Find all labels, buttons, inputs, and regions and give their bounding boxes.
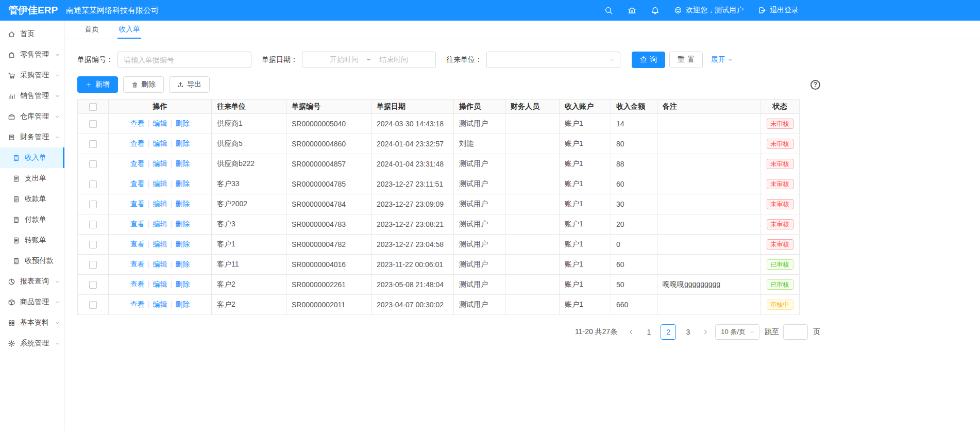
tab-bar: 首页收入单 xyxy=(65,21,980,39)
cell-doc_no: SR00000004782 xyxy=(286,235,371,255)
edit-link[interactable]: 编辑 xyxy=(153,179,167,188)
unit-select[interactable] xyxy=(486,52,620,68)
delete-link[interactable]: 删除 xyxy=(175,280,190,288)
cell-remark xyxy=(657,255,761,275)
page-button-3[interactable]: 3 xyxy=(680,324,696,340)
delete-link[interactable]: 删除 xyxy=(175,240,190,248)
view-link[interactable]: 查看 xyxy=(130,260,145,268)
tab-income[interactable]: 收入单 xyxy=(117,21,141,39)
page-size-select[interactable]: 10 条/页 xyxy=(715,324,759,340)
row-checkbox[interactable] xyxy=(89,120,97,128)
view-link[interactable]: 查看 xyxy=(130,220,145,228)
cell-account: 账户1 xyxy=(560,255,611,275)
delete-link[interactable]: 删除 xyxy=(175,200,190,208)
sidebar-subitem-payment[interactable]: 付款单 xyxy=(0,209,64,230)
row-checkbox-cell xyxy=(78,134,109,154)
export-button[interactable]: 导出 xyxy=(169,76,210,93)
sidebar-item-purchase[interactable]: 采购管理 xyxy=(0,65,64,86)
help-icon[interactable]: ? xyxy=(810,80,820,90)
cell-date: 2023-04-07 00:30:02 xyxy=(371,295,454,315)
reset-button[interactable]: 重置 xyxy=(669,52,703,68)
view-link[interactable]: 查看 xyxy=(130,159,145,168)
sidebar-item-sales[interactable]: 销售管理 xyxy=(0,86,64,106)
view-link[interactable]: 查看 xyxy=(130,119,145,127)
bell-icon[interactable] xyxy=(651,6,660,15)
sidebar-item-report[interactable]: 报表查询 xyxy=(0,271,64,292)
row-checkbox[interactable] xyxy=(89,201,97,208)
status-badge: 未审核 xyxy=(767,139,793,149)
view-link[interactable]: 查看 xyxy=(130,240,145,248)
view-link[interactable]: 查看 xyxy=(130,179,145,188)
action-separator: | xyxy=(171,280,173,288)
doc-no-input[interactable] xyxy=(117,52,251,68)
edit-link[interactable]: 编辑 xyxy=(153,240,167,248)
sidebar-item-system[interactable]: 系统管理 xyxy=(0,333,64,354)
edit-link[interactable]: 编辑 xyxy=(153,280,167,288)
edit-link[interactable]: 编辑 xyxy=(153,139,167,147)
sidebar-subitem-prepaid[interactable]: 收预付款 xyxy=(0,251,64,271)
row-checkbox[interactable] xyxy=(89,160,97,168)
sidebar-subitem-transfer[interactable]: 转账单 xyxy=(0,230,64,251)
sidebar-item-home[interactable]: 首页 xyxy=(0,24,64,44)
delete-link[interactable]: 删除 xyxy=(175,159,190,168)
sidebar-subitem-income[interactable]: 收入单 xyxy=(0,147,64,168)
sidebar-subitem-label: 付款单 xyxy=(25,215,60,224)
status-badge: 审核中 xyxy=(767,300,793,310)
sidebar-item-warehouse[interactable]: 仓库管理 xyxy=(0,106,64,127)
delete-link[interactable]: 删除 xyxy=(175,139,190,147)
view-link[interactable]: 查看 xyxy=(130,200,145,208)
select-all-checkbox[interactable] xyxy=(89,103,97,111)
bank-icon[interactable] xyxy=(628,6,636,15)
sidebar-item-product[interactable]: 商品管理 xyxy=(0,292,64,312)
prev-page-button[interactable] xyxy=(626,324,637,340)
next-page-button[interactable] xyxy=(700,324,711,340)
data-icon xyxy=(8,319,15,327)
chevron-down-icon xyxy=(55,114,60,120)
edit-link[interactable]: 编辑 xyxy=(153,260,167,268)
delete-link[interactable]: 删除 xyxy=(175,260,190,268)
view-link[interactable]: 查看 xyxy=(130,280,145,288)
row-checkbox[interactable] xyxy=(89,180,97,188)
cell-operator: 测试用户 xyxy=(454,194,505,214)
cell-date: 2023-05-08 21:48:04 xyxy=(371,275,454,295)
row-checkbox[interactable] xyxy=(89,301,97,309)
delete-link[interactable]: 删除 xyxy=(175,179,190,188)
row-checkbox[interactable] xyxy=(89,140,97,148)
cell-status: 已审核 xyxy=(761,275,800,295)
sidebar-item-finance[interactable]: 财务管理 xyxy=(0,127,64,147)
logout-button[interactable]: 退出登录 xyxy=(758,6,799,15)
tab-home[interactable]: 首页 xyxy=(83,21,100,39)
jump-input[interactable] xyxy=(783,324,808,340)
edit-link[interactable]: 编辑 xyxy=(153,300,167,308)
view-link[interactable]: 查看 xyxy=(130,139,145,147)
add-button[interactable]: 新增 xyxy=(77,76,118,93)
search-icon[interactable] xyxy=(604,6,613,15)
date-range-picker[interactable]: 开始时间 ~ 结束时间 xyxy=(302,52,436,68)
sidebar-subitem-receipt[interactable]: 收款单 xyxy=(0,189,64,209)
delete-link[interactable]: 删除 xyxy=(175,119,190,127)
row-checkbox[interactable] xyxy=(89,281,97,289)
page-button-2[interactable]: 2 xyxy=(661,324,676,340)
edit-link[interactable]: 编辑 xyxy=(153,200,167,208)
delete-link[interactable]: 删除 xyxy=(175,220,190,228)
col-header: 往来单位 xyxy=(212,100,286,114)
sidebar-item-retail[interactable]: 零售管理 xyxy=(0,44,64,65)
cell-status: 未审核 xyxy=(761,154,800,174)
welcome-user[interactable]: 欢迎您，测试用户 xyxy=(674,6,744,15)
chevron-up-icon xyxy=(55,135,60,140)
page-button-1[interactable]: 1 xyxy=(641,324,656,340)
edit-link[interactable]: 编辑 xyxy=(153,159,167,168)
row-checkbox[interactable] xyxy=(89,221,97,228)
view-link[interactable]: 查看 xyxy=(130,300,145,308)
edit-link[interactable]: 编辑 xyxy=(153,220,167,228)
expand-link[interactable]: 展开 xyxy=(711,55,733,64)
delete-button[interactable]: 删除 xyxy=(123,76,164,93)
row-checkbox[interactable] xyxy=(89,261,97,269)
delete-link[interactable]: 删除 xyxy=(175,300,190,308)
edit-link[interactable]: 编辑 xyxy=(153,119,167,127)
sidebar-item-basicdata[interactable]: 基本资料 xyxy=(0,312,64,333)
action-separator: | xyxy=(171,220,173,228)
search-button[interactable]: 查询 xyxy=(632,52,665,68)
row-checkbox[interactable] xyxy=(89,241,97,248)
sidebar-subitem-expense[interactable]: 支出单 xyxy=(0,168,64,189)
